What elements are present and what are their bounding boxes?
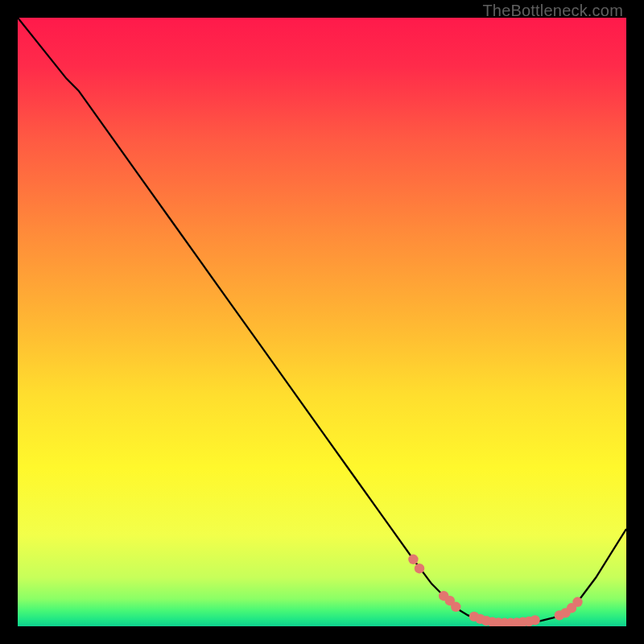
watermark-text: TheBottleneck.com xyxy=(482,2,623,20)
marker-dot xyxy=(451,602,460,612)
chart-frame xyxy=(18,18,626,626)
marker-dot xyxy=(415,564,424,573)
marker-dot xyxy=(530,615,539,625)
marker-dot xyxy=(572,597,582,607)
bottleneck-chart xyxy=(18,18,626,626)
gradient-background xyxy=(18,18,626,626)
marker-dot xyxy=(408,555,418,564)
